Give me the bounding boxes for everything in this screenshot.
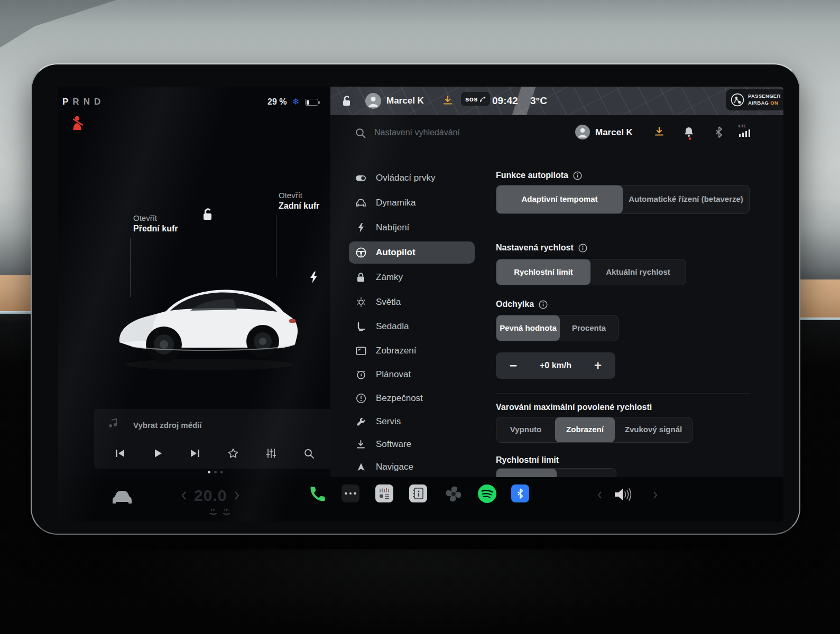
gear-n: N [84,97,94,107]
section-title-speed-warning: Varování maximální povolené rychlosti [496,403,652,412]
settings-pane: Marcel K sos 09:42 3°C PASSENGER AIRBAG … [330,87,783,522]
charge-port-icon[interactable] [309,271,318,286]
sidebar-item-bezpecnost[interactable]: Bezpečnost [349,387,475,409]
section-title-offset: Odchylka [496,300,548,309]
light-icon [355,297,366,307]
option-aktualni-rychlost[interactable]: Aktuální rychlost [590,259,686,285]
status-download-icon[interactable] [441,95,454,109]
phone-app-icon[interactable] [308,484,327,506]
option-adaptivni-tempomat[interactable]: Adaptivní tempomat [496,185,623,213]
sidebar-item-nabijeni[interactable]: Nabíjení [349,217,475,239]
speed-warning-segmented-control: Vypnuto Zobrazení Zvukový signál [496,417,693,443]
settings-download-icon[interactable] [653,126,666,141]
sidebar-item-planovat[interactable]: Plánovat [349,363,475,386]
airbag-icon [731,93,744,107]
settings-avatar[interactable] [575,125,590,142]
equalizer-icon[interactable] [265,447,277,461]
option-rychlostni-limit[interactable]: Rychlostní limit [496,259,590,285]
app-launcher-icon[interactable] [341,484,359,502]
media-player-card[interactable]: Vybrat zdroj médií [94,409,335,469]
front-trunk-action: Otevřít [133,213,178,223]
volume-up-chevron-icon[interactable] [653,491,658,501]
previous-track-button[interactable] [114,448,126,461]
bluetooth-app-icon[interactable] [511,484,529,502]
card-pagination-dots[interactable] [208,471,223,473]
rear-trunk-control[interactable]: Otevřít Zadní kufr [279,191,319,212]
vehicle-image[interactable] [111,251,304,378]
settings-user-name[interactable]: Marcel K [595,127,633,138]
sos-button[interactable]: sos [461,92,490,106]
steering-wheel-icon [355,247,366,258]
status-user-name[interactable]: Marcel K [386,96,424,106]
option-vypnuto[interactable]: Vypnuto [496,417,555,442]
rear-trunk-action: Otevřít [279,191,319,201]
media-source-label: Vybrat zdroj médií [133,421,201,430]
sidebar-item-servis[interactable]: Servis [349,411,475,433]
contacts-app-icon[interactable] [409,484,427,502]
gear-r: R [72,97,83,107]
sidebar-item-autopilot[interactable]: Autopilot [349,241,475,264]
option-procenta[interactable]: Procenta [560,315,618,341]
info-icon[interactable] [539,300,548,309]
sidebar-item-dynamika[interactable]: Dynamika [349,192,475,214]
sidebar-item-svetla[interactable]: Světla [349,291,475,313]
gear-d: D [94,97,105,107]
battery-icon [305,99,320,106]
app-dock: 20.0 [58,477,783,522]
option-zobrazeni[interactable]: Zobrazení [555,417,615,442]
option-pevna-hodnota[interactable]: Pevná hodnota [496,315,560,341]
airbag-state: ON [770,100,778,106]
volume-down-chevron-icon[interactable] [597,491,602,501]
climate-temp-control[interactable]: 20.0 [181,487,239,505]
info-icon[interactable] [578,244,587,253]
sidebar-item-navigace[interactable]: Navigace [349,456,475,478]
info-icon[interactable] [573,171,582,180]
schedule-icon [355,369,366,380]
bluetooth-status-icon[interactable] [714,126,724,141]
play-button[interactable] [152,448,163,461]
feature-segmented-control: Adaptivní tempomat Automatické řízení (b… [496,185,750,214]
set-speed-segmented-control: Rychlostní limit Aktuální rychlost [496,259,686,285]
stepper-minus-button[interactable]: − [510,359,517,372]
rear-trunk-label: Zadní kufr [279,201,319,212]
section-title-set-speed: Nastavená rychlost [496,243,587,253]
alert-circle-icon [355,393,366,404]
temp-down-chevron-icon[interactable] [181,491,187,500]
status-outside-temp: 3°C [530,95,547,107]
volume-speaker-icon[interactable] [613,487,633,505]
stepper-value: +0 km/h [540,361,571,370]
spotify-app-icon[interactable] [477,484,497,506]
bolt-icon [355,222,366,233]
sidebar-item-zobrazeni[interactable]: Zobrazení [349,340,475,362]
temp-up-chevron-icon[interactable] [234,491,239,500]
next-track-button[interactable] [189,448,201,461]
settings-search-icon[interactable] [355,127,366,141]
sos-phone-icon [479,96,486,102]
seat-icon [355,322,366,332]
navigation-arrow-icon [355,462,366,472]
radio-app-icon[interactable] [375,484,393,502]
sidebar-item-ovladaci-prvky[interactable]: Ovládací prvky [349,167,475,189]
seat-heater-icons[interactable] [209,508,230,515]
wrench-icon [355,417,366,427]
car-controls-icon[interactable] [111,489,133,508]
gear-indicator: PRND [62,97,105,107]
sidebar-item-zamky[interactable]: Zámky [349,266,475,288]
battery-percent: 29 % [267,97,287,107]
front-trunk-control[interactable]: Otevřít Přední kufr [133,213,178,235]
fan-climate-icon[interactable] [443,483,464,507]
stepper-plus-button[interactable]: + [594,359,602,372]
sos-label: sos [465,95,478,103]
status-avatar[interactable] [365,93,381,111]
option-automaticke-rizeni[interactable]: Automatické řízení (betaverze) [623,185,749,213]
notifications-bell-icon[interactable] [682,126,695,142]
status-clock: 09:42 [492,95,518,107]
sidebar-item-software[interactable]: Software [349,433,475,455]
sidebar-item-sedadla[interactable]: Sedadla [349,315,475,338]
car-icon [355,199,366,208]
option-zvukovy-signal[interactable]: Zvukový signál [615,417,692,442]
favorite-star-icon[interactable] [227,447,239,461]
media-search-icon[interactable] [303,448,315,461]
settings-search-input[interactable] [374,128,512,137]
offset-segmented-control: Pevná hodnota Procenta [496,315,619,341]
